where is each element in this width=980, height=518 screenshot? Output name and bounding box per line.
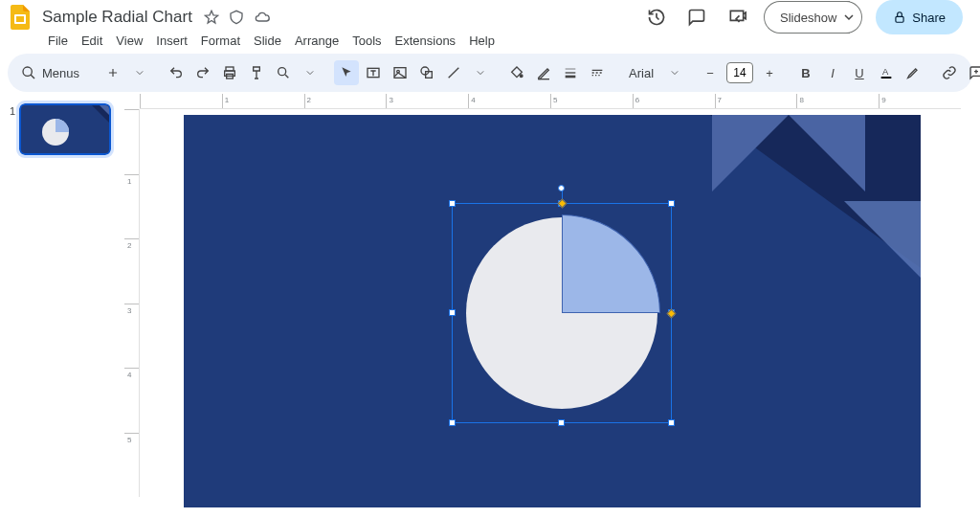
move-icon[interactable] xyxy=(229,10,244,25)
slide-thumbnail-1[interactable] xyxy=(19,103,111,155)
menu-extensions[interactable]: Extensions xyxy=(390,32,462,50)
ruler-tick: 3 xyxy=(127,306,131,315)
print-button[interactable] xyxy=(217,60,242,85)
ruler-tick: 4 xyxy=(471,96,475,104)
menu-edit[interactable]: Edit xyxy=(76,32,108,50)
zoom-button[interactable] xyxy=(271,60,296,85)
toolbar: Menus Arial − + B I U A 123 Format xyxy=(8,54,972,92)
svg-rect-14 xyxy=(538,79,549,79)
slides-app-icon[interactable] xyxy=(8,5,33,30)
text-color-button[interactable]: A xyxy=(874,60,899,85)
ruler-tick: 4 xyxy=(127,371,131,379)
svg-point-3 xyxy=(23,67,32,76)
font-size-input[interactable] xyxy=(726,62,753,83)
ruler-tick: 1 xyxy=(127,177,131,186)
border-color-button[interactable] xyxy=(531,60,556,85)
ruler-tick: 1 xyxy=(225,96,229,104)
highlight-button[interactable] xyxy=(901,60,925,85)
ruler-tick: 2 xyxy=(127,241,131,250)
ruler-tick: 3 xyxy=(389,96,392,104)
svg-rect-2 xyxy=(896,16,903,22)
line-tool[interactable] xyxy=(441,60,466,85)
star-icon[interactable] xyxy=(204,10,219,25)
border-dash-button[interactable] xyxy=(585,60,610,85)
slide-number: 1 xyxy=(6,103,15,155)
menu-tools[interactable]: Tools xyxy=(346,32,387,50)
selection-box[interactable] xyxy=(452,203,672,423)
font-family-select[interactable]: Arial xyxy=(621,66,686,80)
zoom-dropdown[interactable] xyxy=(298,60,323,85)
resize-handle-w[interactable] xyxy=(449,309,456,316)
line-dropdown[interactable] xyxy=(468,60,493,85)
menu-help[interactable]: Help xyxy=(463,32,501,50)
svg-rect-1 xyxy=(16,16,24,22)
title-bar: Sample Radial Chart Slideshow Share xyxy=(0,0,980,31)
shape-tool[interactable] xyxy=(414,60,439,85)
ruler-tick: 6 xyxy=(635,96,639,104)
menu-arrange[interactable]: Arrange xyxy=(289,32,345,50)
share-label: Share xyxy=(912,11,946,25)
search-icon xyxy=(21,65,36,80)
menu-file[interactable]: File xyxy=(42,32,74,50)
thumb-pie-slice xyxy=(56,119,69,132)
link-button[interactable] xyxy=(937,60,962,85)
font-name: Arial xyxy=(629,66,654,80)
share-button[interactable]: Share xyxy=(876,0,963,34)
underline-button[interactable]: U xyxy=(847,60,872,85)
slideshow-dropdown[interactable] xyxy=(836,1,862,34)
paint-format-button[interactable] xyxy=(244,60,269,85)
comment-button[interactable] xyxy=(964,60,980,85)
undo-button[interactable] xyxy=(164,60,189,85)
svg-point-13 xyxy=(520,75,523,78)
resize-handle-s[interactable] xyxy=(558,419,565,426)
menu-slide[interactable]: Slide xyxy=(248,32,287,50)
resize-handle-nw[interactable] xyxy=(449,200,456,207)
thumb-decoration xyxy=(100,105,109,115)
rotation-handle[interactable] xyxy=(558,185,565,191)
svg-rect-16 xyxy=(881,77,892,79)
menu-insert[interactable]: Insert xyxy=(150,32,193,50)
ruler-tick: 9 xyxy=(881,96,885,104)
resize-handle-se[interactable] xyxy=(668,419,675,426)
menu-view[interactable]: View xyxy=(110,32,148,50)
history-icon[interactable] xyxy=(643,4,670,31)
bold-button[interactable]: B xyxy=(793,60,818,85)
resize-handle-sw[interactable] xyxy=(449,419,456,426)
lock-icon xyxy=(893,11,906,24)
border-weight-button[interactable] xyxy=(558,60,583,85)
comments-icon[interactable] xyxy=(683,4,710,31)
ruler-tick: 5 xyxy=(127,436,131,444)
present-icon[interactable] xyxy=(724,4,750,31)
ruler-tick: 8 xyxy=(799,96,803,104)
ruler-tick: 2 xyxy=(307,96,311,104)
horizontal-ruler[interactable]: 1 2 3 4 5 6 7 8 9 xyxy=(140,94,961,109)
textbox-tool[interactable] xyxy=(361,60,386,85)
italic-button[interactable]: I xyxy=(820,60,845,85)
canvas[interactable]: 1 2 3 4 5 6 7 8 9 1 2 3 4 5 xyxy=(117,94,980,516)
filmstrip: 1 xyxy=(0,94,117,516)
redo-button[interactable] xyxy=(190,60,215,85)
search-menus[interactable]: Menus xyxy=(15,63,89,82)
new-slide-dropdown[interactable] xyxy=(127,60,152,85)
resize-handle-ne[interactable] xyxy=(668,200,675,207)
cloud-status-icon[interactable] xyxy=(254,10,271,25)
svg-point-7 xyxy=(278,68,286,76)
menus-label: Menus xyxy=(42,66,79,80)
vertical-ruler[interactable]: 1 2 3 4 5 xyxy=(124,109,140,497)
doc-title[interactable]: Sample Radial Chart xyxy=(38,6,196,29)
ruler-tick: 5 xyxy=(553,96,557,104)
slide-decoration-triangle xyxy=(712,115,865,191)
chevron-down-icon xyxy=(671,69,679,77)
ruler-tick: 7 xyxy=(718,96,722,104)
new-slide-button[interactable] xyxy=(100,60,125,85)
menu-format[interactable]: Format xyxy=(195,32,246,50)
slide-decoration-triangle xyxy=(844,201,921,278)
increase-font-button[interactable]: + xyxy=(757,60,782,85)
svg-text:A: A xyxy=(882,67,889,77)
slide[interactable] xyxy=(184,115,921,507)
workspace: 1 1 2 3 4 5 6 7 8 9 1 2 3 4 xyxy=(0,94,980,516)
select-tool[interactable] xyxy=(334,60,359,85)
image-tool[interactable] xyxy=(388,60,412,85)
fill-color-button[interactable] xyxy=(504,60,529,85)
decrease-font-button[interactable]: − xyxy=(698,60,723,85)
